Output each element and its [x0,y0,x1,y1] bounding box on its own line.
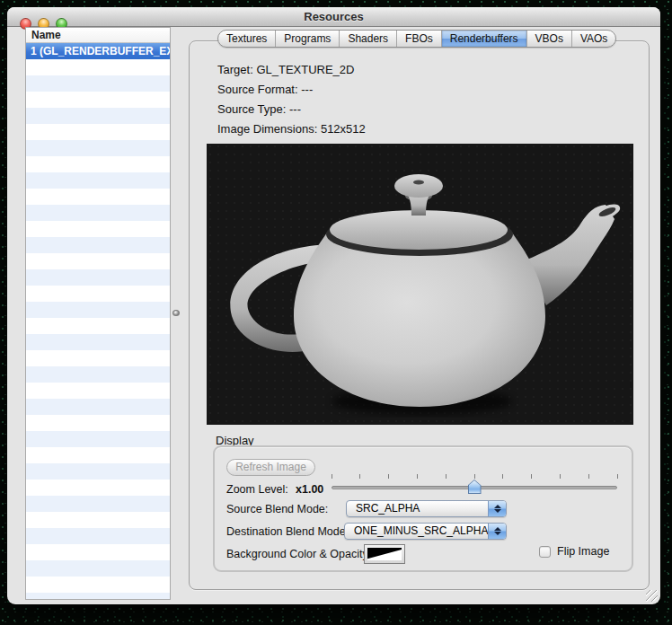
arrow-down-icon [494,532,501,535]
info-source-format-label: Source Format: [217,83,298,96]
arrow-down-icon [494,509,501,513]
tab-textures[interactable]: Textures [218,31,276,47]
list-empty-rows [26,59,170,600]
info-target-label: Target: [217,63,253,76]
resize-grip-icon[interactable] [646,590,658,602]
zoom-slider[interactable] [332,474,617,494]
slider-tick [502,474,503,479]
list-empty-row[interactable] [26,108,170,124]
slider-tick [531,474,532,479]
info-source-format-value: --- [301,83,313,96]
list-empty-row[interactable] [26,528,170,544]
background-color-well[interactable] [364,544,405,564]
slider-tick [388,474,389,479]
list-empty-row[interactable] [26,366,170,383]
list-empty-row[interactable] [26,431,170,447]
info-image-dimensions: Image Dimensions: 512x512 [217,122,366,142]
list-empty-row[interactable] [26,318,170,334]
texture-info: Target: GL_TEXTURE_2D Source Format: ---… [217,63,366,142]
slider-tick [446,474,447,479]
slider-tick [560,474,561,479]
slider-tick [332,474,332,479]
info-source-type: Source Type: --- [217,102,366,122]
list-empty-row[interactable] [26,415,170,431]
slider-ticks [332,474,617,480]
list-empty-row[interactable] [26,92,170,108]
slider-thumb-face [469,480,481,493]
list-empty-row[interactable] [26,544,170,560]
list-empty-row[interactable] [26,496,170,512]
list-empty-row[interactable] [26,59,170,75]
splitter-grip-icon[interactable] [172,310,180,316]
list-empty-row[interactable] [26,253,170,269]
list-empty-row[interactable] [26,172,170,189]
list-empty-row[interactable] [26,334,170,350]
tab-bar: TexturesProgramsShadersFBOsRenderbuffers… [217,30,616,48]
info-image-dimensions-value: 512x512 [321,122,366,136]
slider-thumb[interactable] [468,480,482,494]
list-empty-row[interactable] [26,221,170,237]
source-blend-popup[interactable]: SRC_ALPHA [346,500,507,517]
tab-programs[interactable]: Programs [276,31,340,47]
slider-tick [359,474,360,479]
desktop: { "window": { "title": "Resources" }, "t… [0,0,672,625]
list-empty-row[interactable] [26,269,170,286]
flip-image-checkbox[interactable] [539,546,551,558]
list-empty-row[interactable] [26,302,170,318]
list-empty-row[interactable] [26,512,170,528]
list-empty-row[interactable] [26,399,170,415]
list-empty-row[interactable] [26,593,170,600]
source-blend-label: Source Blend Mode: [226,503,328,515]
list-empty-row[interactable] [26,463,170,480]
color-swatch [367,548,402,560]
slider-tick [588,474,589,479]
info-image-dimensions-label: Image Dimensions: [217,122,317,136]
list-empty-row[interactable] [26,560,170,577]
tab-vbos[interactable]: VBOs [527,31,572,47]
dest-blend-popup[interactable]: ONE_MINUS_SRC_ALPHA [344,523,507,540]
arrow-up-icon [494,505,501,508]
list-empty-row[interactable] [26,156,170,172]
texture-preview-image [207,144,633,425]
dest-blend-label: Destination Blend Mode: [226,525,349,538]
list-empty-row[interactable] [26,237,170,253]
resources-window: Resources Name 1 (GL_RENDERBUFFER_EXT) T… [7,7,660,604]
display-group-box: Refresh Image Zoom Level: x1.00 Source B… [213,445,633,572]
tab-shaders[interactable]: Shaders [340,31,397,47]
refresh-image-button[interactable]: Refresh Image [226,459,315,476]
list-empty-row[interactable] [26,350,170,366]
background-color-label: Background Color & Opacity: [226,548,371,560]
slider-tick [617,474,618,479]
flip-image-label: Flip Image [557,545,609,558]
list-empty-row[interactable] [26,140,170,156]
source-blend-value: SRC_ALPHA [356,502,420,515]
popup-arrows-icon [488,524,506,539]
info-target: Target: GL_TEXTURE_2D [217,63,366,83]
zoom-level-label: Zoom Level: [226,483,288,496]
popup-arrows-icon [488,501,506,516]
info-source-type-label: Source Type: [217,102,286,116]
list-empty-row[interactable] [26,286,170,302]
list-empty-row[interactable] [26,75,170,92]
list-item-renderbuffer[interactable]: 1 (GL_RENDERBUFFER_EXT) [26,43,170,59]
tab-vaos[interactable]: VAOs [572,31,615,47]
list-empty-row[interactable] [26,577,170,593]
tab-renderbuffers[interactable]: Renderbuffers [442,31,527,47]
info-target-value: GL_TEXTURE_2D [256,63,354,76]
slider-tick [474,474,475,479]
list-empty-row[interactable] [26,205,170,221]
list-empty-row[interactable] [26,480,170,496]
list-empty-row[interactable] [26,124,170,140]
list-empty-row[interactable] [26,447,170,463]
list-column-header-name[interactable]: Name [26,28,170,43]
zoom-level-value: x1.00 [296,483,323,496]
title-bar[interactable]: Resources [7,7,660,27]
opacity-wedge-icon [367,548,402,560]
list-empty-row[interactable] [26,383,170,399]
arrow-up-icon [494,527,501,531]
list-empty-row[interactable] [26,189,170,205]
window-title: Resources [7,10,660,23]
tab-fbos[interactable]: FBOs [397,31,442,47]
utah-teapot-icon [207,144,633,425]
slider-tick [417,474,418,479]
